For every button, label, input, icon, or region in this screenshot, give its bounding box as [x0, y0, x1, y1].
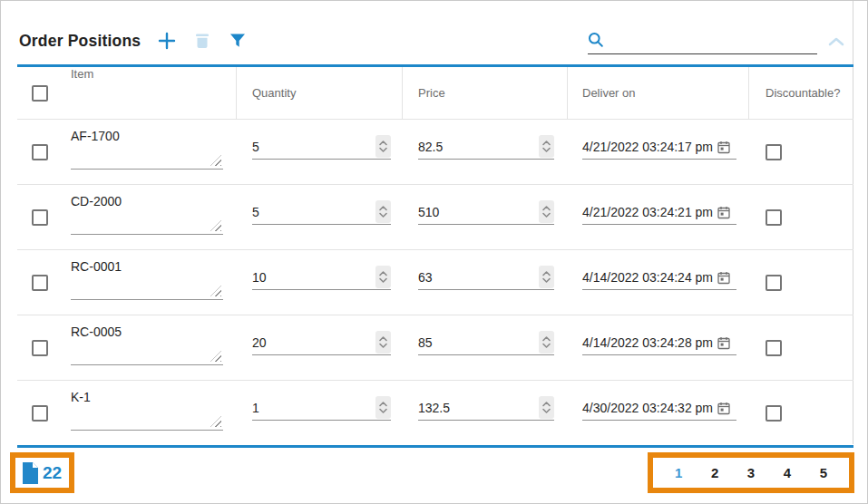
item-textarea[interactable]: CD-2000: [71, 190, 223, 235]
discountable-checkbox[interactable]: [766, 340, 782, 356]
highlight-total-count: 22: [10, 452, 74, 493]
quantity-input[interactable]: 1: [252, 396, 391, 421]
price-cell: 132.5: [403, 381, 568, 445]
price-input[interactable]: 82.5: [418, 135, 554, 160]
number-stepper[interactable]: [375, 396, 391, 419]
row-select-cell: [17, 315, 57, 380]
quantity-value: 5: [252, 140, 259, 154]
number-stepper[interactable]: [375, 200, 391, 223]
add-row-button[interactable]: [155, 29, 179, 53]
resize-grip-icon[interactable]: [210, 286, 221, 296]
chevron-up-icon: [827, 35, 845, 47]
page-title: Order Positions: [19, 32, 141, 51]
item-value: K-1: [71, 386, 223, 404]
plus-icon: [157, 31, 177, 51]
filter-button[interactable]: [226, 29, 249, 53]
quantity-input[interactable]: 20: [252, 331, 391, 355]
item-textarea[interactable]: K-1: [71, 386, 223, 431]
row-select-cell: [17, 250, 57, 315]
deliver-on-input[interactable]: 4/14/2022 03:24:24 pm: [582, 266, 736, 290]
item-textarea[interactable]: RC-0005: [71, 321, 223, 365]
discountable-cell: [749, 381, 853, 445]
item-textarea[interactable]: RC-0001: [71, 256, 223, 300]
row-checkbox[interactable]: [32, 209, 48, 226]
item-textarea[interactable]: AF-1700: [71, 125, 223, 170]
resize-grip-icon[interactable]: [210, 416, 221, 427]
quantity-input[interactable]: 10: [252, 266, 391, 290]
column-label-quantity: Quantity: [252, 86, 296, 100]
deliver-on-cell: 4/30/2022 03:24:32 pm: [568, 381, 749, 445]
discountable-checkbox[interactable]: [766, 144, 782, 160]
header-quantity: Quantity: [237, 67, 403, 119]
quantity-cell: 5: [237, 185, 403, 249]
collapse-button[interactable]: [826, 34, 846, 48]
order-positions-widget: Order Positions Item Quan: [0, 0, 868, 504]
price-value: 85: [418, 335, 433, 350]
price-cell: 82.5: [403, 120, 568, 184]
resize-grip-icon[interactable]: [210, 155, 221, 166]
page-button-1[interactable]: 1: [675, 465, 682, 480]
number-stepper[interactable]: [375, 331, 391, 354]
discountable-checkbox[interactable]: [766, 209, 782, 226]
price-input[interactable]: 132.5: [418, 396, 554, 421]
stepper-chevrons-icon: [541, 139, 551, 154]
number-stepper[interactable]: [539, 200, 554, 223]
item-cell: AF-1700: [57, 120, 237, 184]
number-stepper[interactable]: [539, 396, 554, 419]
page-button-5[interactable]: 5: [820, 465, 827, 480]
discountable-checkbox[interactable]: [766, 405, 782, 422]
deliver-on-input[interactable]: 4/21/2022 03:24:21 pm: [582, 200, 736, 225]
deliver-on-input[interactable]: 4/14/2022 03:24:28 pm: [582, 331, 736, 355]
item-value: RC-0005: [71, 321, 223, 339]
quantity-cell: 20: [237, 315, 403, 380]
item-cell: RC-0005: [57, 315, 237, 380]
calendar-button[interactable]: [717, 206, 730, 219]
number-stepper[interactable]: [539, 331, 554, 354]
discountable-checkbox[interactable]: [766, 275, 782, 291]
stepper-chevrons-icon: [541, 269, 551, 285]
quantity-input[interactable]: 5: [252, 135, 391, 160]
document-icon: [21, 461, 40, 485]
row-checkbox[interactable]: [32, 144, 48, 160]
number-stepper[interactable]: [539, 135, 554, 158]
table-row: CD-2000 5 510 4/21/2022 03:24:21 pm: [17, 184, 853, 249]
calendar-button[interactable]: [717, 271, 730, 285]
stepper-chevrons-icon: [541, 204, 551, 219]
deliver-on-cell: 4/14/2022 03:24:28 pm: [568, 315, 749, 380]
stepper-chevrons-icon: [378, 334, 388, 350]
quantity-input[interactable]: 5: [252, 200, 391, 225]
price-input[interactable]: 510: [418, 200, 554, 225]
deliver-on-value: 4/14/2022 03:24:24 pm: [582, 270, 713, 285]
search-box: [588, 27, 817, 54]
table-row: RC-0005 20 85 4/14/2022 03:24:28 pm: [17, 315, 853, 380]
number-stepper[interactable]: [539, 266, 554, 288]
search-input[interactable]: [610, 32, 817, 48]
deliver-on-input[interactable]: 4/21/2022 03:24:17 pm: [582, 135, 736, 160]
row-checkbox[interactable]: [32, 340, 48, 356]
page-button-4[interactable]: 4: [784, 465, 791, 480]
select-all-checkbox[interactable]: [32, 85, 48, 102]
delete-row-button[interactable]: [190, 29, 214, 53]
order-positions-grid: Item Quantity Price Deliver on Discounta…: [17, 64, 853, 448]
row-checkbox[interactable]: [32, 275, 48, 291]
quantity-value: 5: [252, 205, 259, 219]
deliver-on-input[interactable]: 4/30/2022 03:24:32 pm: [582, 396, 736, 421]
price-cell: 63: [403, 250, 568, 315]
resize-grip-icon[interactable]: [210, 351, 221, 362]
stepper-chevrons-icon: [378, 139, 388, 154]
number-stepper[interactable]: [375, 266, 391, 288]
page-button-2[interactable]: 2: [711, 465, 718, 480]
deliver-on-value: 4/14/2022 03:24:28 pm: [582, 335, 713, 350]
price-input[interactable]: 63: [418, 266, 554, 290]
number-stepper[interactable]: [375, 135, 391, 158]
calendar-button[interactable]: [717, 402, 730, 415]
row-checkbox[interactable]: [32, 405, 48, 422]
calendar-button[interactable]: [717, 336, 730, 350]
stepper-chevrons-icon: [541, 334, 551, 350]
page-button-3[interactable]: 3: [747, 465, 755, 480]
resize-grip-icon[interactable]: [210, 220, 221, 231]
price-input[interactable]: 85: [418, 331, 554, 355]
price-cell: 510: [403, 185, 568, 249]
search-icon: [588, 32, 604, 48]
calendar-button[interactable]: [717, 141, 730, 154]
